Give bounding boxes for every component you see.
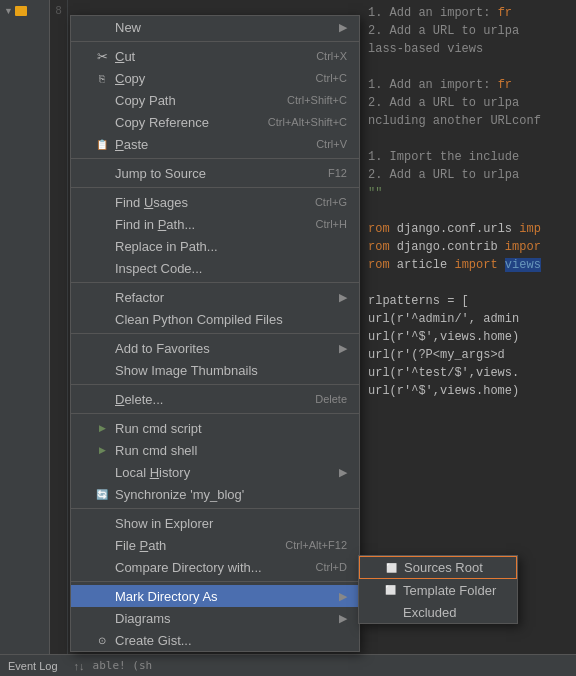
paste-shortcut: Ctrl+V [316, 138, 347, 150]
sources-root-icon: ⬜ [382, 563, 400, 573]
sidebar-tree: ▼ [0, 0, 49, 22]
menu-item-compare-directory[interactable]: Compare Directory with... Ctrl+D [71, 556, 359, 578]
separator-0 [71, 41, 359, 42]
editor-line: 2. Add a URL to urlpa [360, 22, 576, 40]
cut-icon: ✂ [93, 49, 111, 64]
menu-item-find-usages[interactable]: Find Usages Ctrl+G [71, 191, 359, 213]
editor-line: lass-based views [360, 40, 576, 58]
editor-line: url(r'^$',views.home) [360, 382, 576, 400]
menu-item-replace-in-path[interactable]: Replace in Path... [71, 235, 359, 257]
menu-label-refactor: Refactor [115, 290, 339, 305]
editor-line: "" [360, 184, 576, 202]
menu-item-local-history[interactable]: Local History ▶ [71, 461, 359, 483]
history-arrow: ▶ [339, 466, 347, 479]
filepath-shortcut: Ctrl+Alt+F12 [285, 539, 347, 551]
menu-item-diagrams[interactable]: Diagrams ▶ [71, 607, 359, 629]
menu-label-copy: Copy [115, 71, 296, 86]
editor-line: rom article import views [360, 256, 576, 274]
run-shell-icon: ▶ [93, 445, 111, 455]
sidebar-panel: ▼ [0, 0, 50, 654]
paste-icon: 📋 [93, 139, 111, 150]
editor-line [360, 130, 576, 148]
menu-label-copy-path: Copy Path [115, 93, 267, 108]
submenu-item-sources-root[interactable]: ⬜ Sources Root [359, 556, 517, 579]
sync-icon: 🔄 [93, 489, 111, 500]
menu-label-local-history: Local History [115, 465, 339, 480]
editor-line: 2. Add a URL to urlpa [360, 94, 576, 112]
find-path-shortcut: Ctrl+H [316, 218, 347, 230]
menu-label-run-cmd-script: Run cmd script [115, 421, 347, 436]
menu-label-show-thumbnails: Show Image Thumbnails [115, 363, 347, 378]
separator-1 [71, 158, 359, 159]
separator-2 [71, 187, 359, 188]
copy-shortcut: Ctrl+C [316, 72, 347, 84]
menu-item-refactor[interactable]: Refactor ▶ [71, 286, 359, 308]
submenu-label-excluded: Excluded [403, 605, 505, 620]
submenu-label-template-folder: Template Folder [403, 583, 505, 598]
menu-item-find-in-path[interactable]: Find in Path... Ctrl+H [71, 213, 359, 235]
submenu-item-excluded[interactable]: Excluded [359, 601, 517, 623]
copy-ref-shortcut: Ctrl+Alt+Shift+C [268, 116, 347, 128]
menu-item-clean-python[interactable]: Clean Python Compiled Files [71, 308, 359, 330]
menu-item-copy-reference[interactable]: Copy Reference Ctrl+Alt+Shift+C [71, 111, 359, 133]
menu-item-add-favorites[interactable]: Add to Favorites ▶ [71, 337, 359, 359]
menu-item-cut[interactable]: ✂ Cut Ctrl+X [71, 45, 359, 67]
event-log-tab[interactable]: Event Log [8, 660, 58, 672]
menu-item-synchronize[interactable]: 🔄 Synchronize 'my_blog' [71, 483, 359, 505]
refactor-arrow: ▶ [339, 291, 347, 304]
menu-label-diagrams: Diagrams [115, 611, 339, 626]
menu-label-add-favorites: Add to Favorites [115, 341, 339, 356]
editor-line [360, 58, 576, 76]
menu-label-file-path: File Path [115, 538, 265, 553]
menu-item-create-gist[interactable]: ⊙ Create Gist... [71, 629, 359, 651]
menu-label-inspect-code: Inspect Code... [115, 261, 347, 276]
copy-icon: ⎘ [93, 73, 111, 84]
separator-3 [71, 282, 359, 283]
menu-item-paste[interactable]: 📋 Paste Ctrl+V [71, 133, 359, 155]
jump-shortcut: F12 [328, 167, 347, 179]
menu-item-copy[interactable]: ⎘ Copy Ctrl+C [71, 67, 359, 89]
editor-line: rom django.conf.urls imp [360, 220, 576, 238]
menu-item-new[interactable]: New ▶ [71, 16, 359, 38]
menu-label-find-in-path: Find in Path... [115, 217, 296, 232]
menu-item-inspect-code[interactable]: Inspect Code... [71, 257, 359, 279]
separator-4 [71, 333, 359, 334]
menu-item-copy-path[interactable]: Copy Path Ctrl+Shift+C [71, 89, 359, 111]
menu-item-show-thumbnails[interactable]: Show Image Thumbnails [71, 359, 359, 381]
editor-line [360, 202, 576, 220]
status-code: able! (sh [93, 659, 153, 672]
new-arrow: ▶ [339, 21, 347, 34]
separator-7 [71, 508, 359, 509]
separator-5 [71, 384, 359, 385]
menu-item-jump-to-source[interactable]: Jump to Source F12 [71, 162, 359, 184]
editor-line: url(r'^test/$',views. [360, 364, 576, 382]
line-numbers: 8 [50, 0, 68, 654]
menu-label-cut: Cut [115, 49, 296, 64]
copy-path-shortcut: Ctrl+Shift+C [287, 94, 347, 106]
menu-item-file-path[interactable]: File Path Ctrl+Alt+F12 [71, 534, 359, 556]
menu-item-run-cmd-shell[interactable]: ▶ Run cmd shell [71, 439, 359, 461]
separator-8 [71, 581, 359, 582]
status-arrows: ↑↓ [74, 660, 85, 672]
find-usages-shortcut: Ctrl+G [315, 196, 347, 208]
menu-item-delete[interactable]: Delete... Delete [71, 388, 359, 410]
menu-item-mark-directory[interactable]: Mark Directory As ▶ [71, 585, 359, 607]
run-script-icon: ▶ [93, 423, 111, 433]
menu-label-new: New [115, 20, 339, 35]
submenu-item-template-folder[interactable]: ⬜ Template Folder [359, 579, 517, 601]
editor-line: url(r'(?P<my_args>d [360, 346, 576, 364]
diagrams-arrow: ▶ [339, 612, 347, 625]
menu-label-jump-to-source: Jump to Source [115, 166, 308, 181]
menu-label-synchronize: Synchronize 'my_blog' [115, 487, 347, 502]
menu-label-clean-python: Clean Python Compiled Files [115, 312, 347, 327]
menu-item-show-explorer[interactable]: Show in Explorer [71, 512, 359, 534]
editor-line: ncluding another URLconf [360, 112, 576, 130]
editor-line: url(r'^$',views.home) [360, 328, 576, 346]
menu-label-replace-in-path: Replace in Path... [115, 239, 347, 254]
mark-dir-arrow: ▶ [339, 590, 347, 603]
menu-label-create-gist: Create Gist... [115, 633, 347, 648]
menu-label-mark-directory: Mark Directory As [115, 589, 339, 604]
favorites-arrow: ▶ [339, 342, 347, 355]
tree-item-myblog[interactable]: ▼ [2, 4, 47, 18]
menu-item-run-cmd-script[interactable]: ▶ Run cmd script [71, 417, 359, 439]
